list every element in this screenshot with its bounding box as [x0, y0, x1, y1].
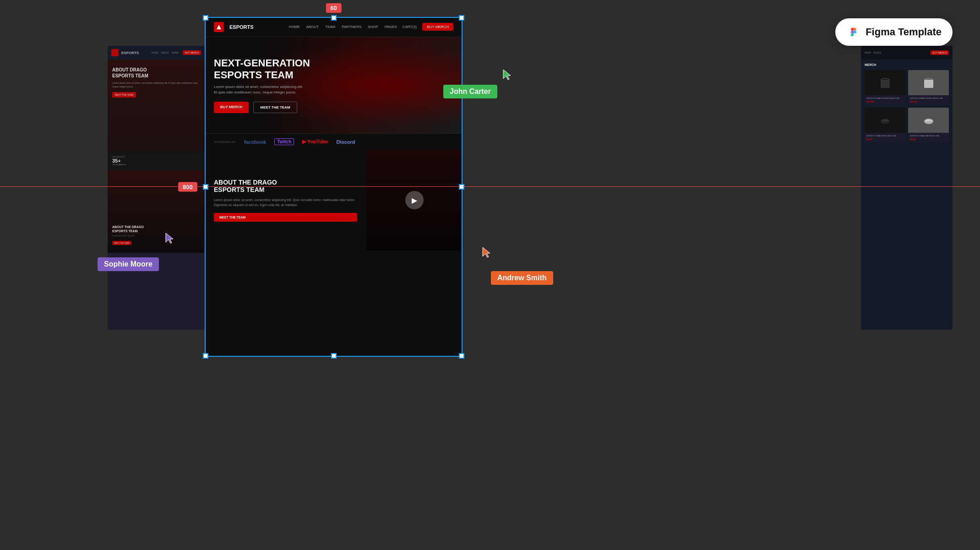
figma-template-badge[interactable]: Figma Template [835, 18, 953, 46]
svg-rect-2 [924, 80, 933, 88]
mp-nav-cart[interactable]: CART(3) [403, 25, 417, 29]
mp-sponsor-twitch: Twitch [274, 138, 294, 145]
stat-sub: TOURNAMENTS [112, 163, 126, 166]
merch-name-3: ESPORTS TEAM CAP BLACK LINE [866, 135, 904, 137]
rc-nav-cta: BUY MERCH [931, 50, 949, 55]
rc-nav-shop: SHOP [865, 51, 871, 54]
mp-logo-svg [216, 24, 222, 30]
mp-hero-content: NEXT-GENERATIONESPORTS TEAM Lorem ipsum … [214, 57, 310, 113]
merch-img-4 [908, 108, 949, 133]
merch-info-3: ESPORTS TEAM CAP BLACK LINE $9.99 [865, 133, 905, 142]
left-card-nav-cta: BUY MERCH [183, 50, 201, 55]
mp-sponsor-label: SPONSORED BY [214, 141, 236, 143]
merch-name-2: ESPORTS TEAM HOODIE WHITE LINE [910, 97, 947, 99]
left-card-nav-about: ABOUT [161, 51, 169, 54]
left-card-hero-btns: MEET THE TEAM [112, 92, 200, 98]
merch-name-1: ESPORTS TEAM HOODIE BLACK LINE [866, 97, 904, 99]
figma-logo-icon [846, 25, 861, 39]
svg-marker-0 [217, 25, 221, 29]
john-carter-name: John Carter [450, 87, 491, 95]
left-card-nav: ESPORTS HOME ABOUT TEAM BUY MERCH [108, 46, 205, 60]
mp-about-btn[interactable]: MEET THE TEAM [214, 213, 357, 222]
rc-merch-title: MERCH [865, 63, 949, 66]
stat-value: 35+ [112, 158, 126, 163]
andrew-smith-label: Andrew Smith [491, 271, 553, 285]
mp-nav-cta[interactable]: BUY MERCH [422, 23, 453, 31]
mp-hero: NEXT-GENERATIONESPORTS TEAM Lorem ipsum … [205, 37, 463, 133]
left-section-title: ABOUT THE DRAGOESPORTS TEAM [112, 225, 144, 233]
mp-brand: ESPORTS [229, 24, 254, 30]
right-preview-card: SHOP PAGES BUY MERCH MERCH ESPOR [861, 46, 953, 330]
left-section-btn: MEET THE TEAM [112, 241, 131, 245]
andrew-cursor-icon [481, 246, 492, 259]
width-label: 60 [326, 3, 341, 13]
hoodie-icon-dark [878, 76, 892, 90]
merch-name-4: ESPORTS TEAM CAP WHITE LINE [910, 135, 947, 137]
rc-nav-pages: PAGES [873, 51, 881, 54]
mp-nav: ESPORTS HOME ABOUT TEAM PARTNERS SHOP PA… [205, 17, 463, 37]
andrew-smith-name: Andrew Smith [497, 274, 547, 282]
left-card-hero-body: Lorem ipsum dolor sit amet, consectetur … [112, 82, 200, 88]
merch-img-2 [908, 70, 949, 95]
sophie-moore-name: Sophie Moore [104, 260, 152, 268]
figma-badge-text: Figma Template [866, 26, 942, 38]
mp-hero-title: NEXT-GENERATIONESPORTS TEAM [214, 57, 310, 81]
mp-nav-pages: PAGES [385, 25, 397, 29]
merch-price-1: $59.99 [866, 100, 904, 103]
mp-hero-sub: Lorem ipsum dolor sit amet, consectetur … [214, 84, 305, 95]
mp-sponsor-facebook: facebook [244, 139, 266, 145]
svg-rect-1 [881, 80, 890, 88]
merch-img-1 [865, 70, 905, 95]
sophie-cursor-icon [164, 232, 175, 245]
svg-rect-6 [927, 121, 932, 123]
hoodie-icon-light [922, 76, 936, 90]
mp-hero-btn-secondary[interactable]: MEET THE TEAM [253, 102, 297, 113]
mp-nav-team: TEAM [325, 25, 335, 29]
guide-line-horizontal [0, 186, 980, 187]
mp-play-button[interactable]: ▶ [405, 191, 424, 209]
left-card-nav-home: HOME [152, 51, 158, 54]
merch-item-3: ESPORTS TEAM CAP BLACK LINE $9.99 [865, 108, 905, 142]
left-card-brand: ESPORTS [121, 51, 139, 55]
mp-hero-btn-primary[interactable]: BUY MERCH [214, 102, 249, 113]
stat-item: OUR RESULTS 35+ TOURNAMENTS [112, 156, 126, 166]
mp-nav-home: HOME [289, 25, 299, 29]
merch-info-4: ESPORTS TEAM CAP WHITE LINE $9.99 [908, 133, 949, 142]
left-card-nav-links: HOME ABOUT TEAM [152, 51, 178, 54]
mp-about-text: ABOUT THE DRAGOESPORTS TEAM Lorem ipsum … [205, 150, 366, 250]
merch-info-1: ESPORTS TEAM HOODIE BLACK LINE $59.99 [865, 95, 905, 105]
merch-item-1: ESPORTS TEAM HOODIE BLACK LINE $59.99 [865, 70, 905, 105]
left-card-video: ABOUT THE DRAGOESPORTS TEAM Lorem ipsum … [108, 170, 205, 253]
mp-about-img: ▶ [366, 150, 463, 250]
merch-item-4: ESPORTS TEAM CAP WHITE LINE $9.99 [908, 108, 949, 142]
sophie-moore-label: Sophie Moore [98, 257, 159, 271]
mp-nav-about: ABOUT [306, 25, 319, 29]
left-preview-card: ESPORTS HOME ABOUT TEAM BUY MERCH ABOUT … [108, 46, 205, 330]
left-card-meet-btn: MEET THE TEAM [112, 92, 136, 98]
cap-icon-dark [878, 114, 892, 127]
cap-icon-light [922, 114, 936, 127]
merch-price-4: $9.99 [910, 138, 947, 141]
left-section-body: Lorem ipsum dolor sit amet... [112, 234, 144, 237]
left-card-hero: ABOUT DRAGO ESPORTS TEAM Lorem ipsum dol… [108, 60, 205, 151]
rc-nav: SHOP PAGES BUY MERCH [861, 46, 953, 60]
merch-item-2: ESPORTS TEAM HOODIE WHITE LINE $59.99 [908, 70, 949, 105]
left-card-nav-team: TEAM [172, 51, 178, 54]
mp-nav-links: HOME ABOUT TEAM PARTNERS SHOP PAGES [289, 25, 397, 29]
left-card-stats: OUR RESULTS 35+ TOURNAMENTS [108, 151, 205, 170]
merch-img-3 [865, 108, 905, 133]
john-carter-label: John Carter [443, 85, 497, 98]
main-preview: ESPORTS HOME ABOUT TEAM PARTNERS SHOP PA… [205, 17, 463, 357]
mp-sponsors: SPONSORED BY facebook Twitch ▶ YouTube D… [205, 133, 463, 150]
mp-nav-partners: PARTNERS [342, 25, 361, 29]
rc-merch-section: MERCH ESPORTS TEAM HOODIE BLACK LINE $59… [861, 60, 953, 146]
merch-price-3: $9.99 [866, 138, 904, 141]
john-cursor-icon [501, 69, 512, 82]
mp-hero-btns: BUY MERCH MEET THE TEAM [214, 102, 310, 113]
rc-nav-links: SHOP PAGES [865, 51, 881, 54]
svg-rect-4 [884, 121, 888, 123]
left-card-logo [111, 49, 119, 56]
merch-price-2: $59.99 [910, 100, 947, 103]
mp-about-body: Lorem ipsum dolor sit amet, consectetur … [214, 197, 357, 207]
mp-logo-icon [214, 22, 224, 32]
